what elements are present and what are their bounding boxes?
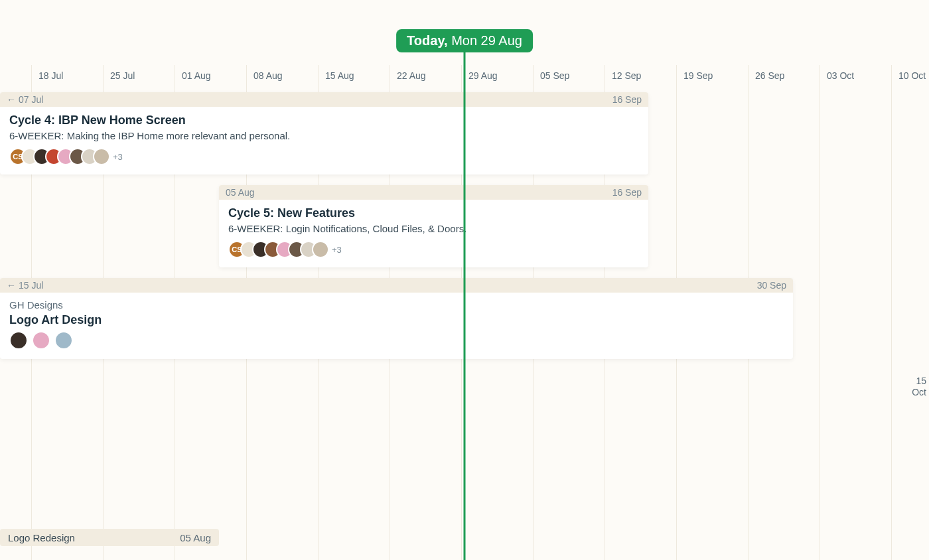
card-start-date: ←07 Jul — [7, 94, 43, 105]
avatar[interactable] — [32, 331, 50, 350]
card-start-date: ←15 Jul — [7, 280, 43, 291]
date-column-label: 01 Aug — [182, 70, 211, 81]
date-column-label: 25 Jul — [110, 70, 135, 81]
card-end-date: 16 Sep — [612, 187, 642, 198]
date-column-label: 05 Sep — [540, 70, 569, 81]
card-title: Cycle 5: New Features — [228, 206, 639, 220]
project-pill-logo-redesign[interactable]: Logo Redesign 05 Aug — [0, 529, 219, 546]
card-body: Cycle 5: New Features 6-WEEKER: Login No… — [219, 200, 648, 267]
card-body: GH Designs Logo Art Design — [0, 293, 793, 359]
today-badge[interactable]: Today, Mon 29 Aug — [396, 29, 533, 52]
date-column-label: 08 Aug — [253, 70, 283, 81]
project-card-cycle4[interactable]: ←07 Jul 16 Sep Cycle 4: IBP New Home Scr… — [0, 92, 648, 175]
card-parent: GH Designs — [9, 299, 784, 311]
card-body: Cycle 4: IBP New Home Screen 6-WEEKER: M… — [0, 107, 648, 175]
avatar-group — [9, 331, 784, 350]
project-card-cycle5[interactable]: 05 Aug 16 Sep Cycle 5: New Features 6-WE… — [219, 185, 648, 267]
date-column-label: 03 Oct — [827, 70, 854, 81]
card-end-date: 16 Sep — [612, 94, 642, 105]
arrow-left-icon: ← — [7, 94, 16, 105]
date-column-label: 10 Oct — [898, 70, 926, 81]
avatar[interactable] — [93, 148, 110, 165]
timeline-container: Today, Mon 29 Aug 18 Jul25 Jul01 Aug08 A… — [0, 0, 929, 560]
date-column: 03 Oct — [820, 65, 854, 560]
avatar[interactable] — [312, 241, 329, 258]
avatar-more-count[interactable]: +3 — [332, 245, 342, 255]
avatar[interactable] — [9, 331, 28, 350]
card-title: Logo Art Design — [9, 313, 784, 327]
avatar-group: CS+3 — [9, 148, 639, 165]
card-start-date: 05 Aug — [226, 187, 255, 198]
avatar[interactable] — [54, 331, 73, 350]
date-column-label: 15 Aug — [325, 70, 354, 81]
card-description: 6-WEEKER: Login Notifications, Cloud Fil… — [228, 223, 639, 234]
today-date: Mon 29 Aug — [451, 33, 522, 48]
card-date-bar: 05 Aug 16 Sep — [219, 185, 648, 200]
date-column-label: 26 Sep — [755, 70, 784, 81]
date-column: 10 Oct — [891, 65, 926, 560]
card-description: 6-WEEKER: Making the IBP Home more relev… — [9, 130, 639, 141]
card-title: Cycle 4: IBP New Home Screen — [9, 113, 639, 127]
avatar-more-count[interactable]: +3 — [113, 152, 123, 162]
card-date-bar: ←07 Jul 16 Sep — [0, 92, 648, 107]
date-column-label: 22 Aug — [397, 70, 426, 81]
today-marker-line — [464, 49, 466, 560]
arrow-left-icon: ← — [7, 280, 16, 291]
pill-title: Logo Redesign — [8, 532, 75, 543]
date-column-label: 19 Sep — [683, 70, 713, 81]
truncated-date-label: 15 Oct — [912, 376, 926, 398]
pill-end-date: 05 Aug — [180, 532, 211, 543]
date-column-label: 29 Aug — [468, 70, 498, 81]
project-card-logo-art[interactable]: ←15 Jul 30 Sep GH Designs Logo Art Desig… — [0, 278, 793, 359]
today-prefix: Today, — [407, 33, 447, 48]
avatar-group: CS+3 — [228, 241, 639, 258]
card-date-bar: ←15 Jul 30 Sep — [0, 278, 793, 293]
date-column-label: 12 Sep — [612, 70, 641, 81]
card-end-date: 30 Sep — [757, 280, 786, 291]
date-column-label: 18 Jul — [38, 70, 63, 81]
